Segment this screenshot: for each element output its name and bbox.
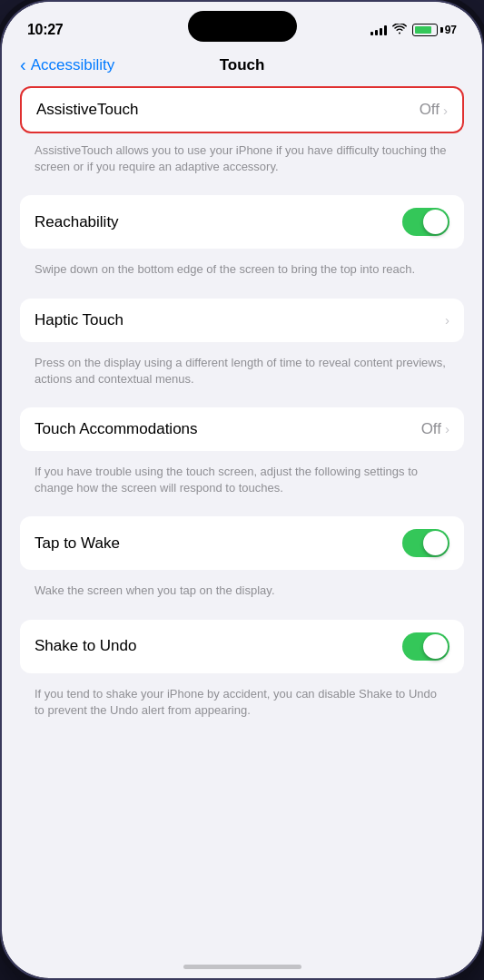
nav-header: ‹ Accessibility Touch — [2, 47, 482, 86]
spacer-1 — [2, 186, 482, 195]
phone-screen: 10:27 — [2, 2, 482, 978]
status-icons: 97 — [370, 24, 457, 37]
scroll-content: AssistiveTouch Off › AssistiveTouch allo… — [2, 86, 482, 748]
touch-accommodations-right: Off › — [421, 420, 449, 438]
back-chevron-icon: ‹ — [20, 54, 26, 75]
haptic-touch-chevron-icon: › — [445, 312, 449, 328]
phone-frame: 10:27 — [0, 0, 484, 980]
reachability-row[interactable]: Reachability — [20, 195, 464, 249]
shake-to-undo-label: Shake to Undo — [35, 637, 136, 655]
battery-level: 97 — [445, 24, 457, 36]
back-button[interactable]: ‹ Accessibility — [20, 54, 114, 75]
shake-to-undo-section: Shake to Undo — [20, 620, 464, 673]
home-bar — [183, 965, 301, 969]
touch-accommodations-description: If you have trouble using the touch scre… — [20, 456, 464, 507]
reachability-toggle[interactable] — [402, 208, 449, 236]
spacer-2 — [2, 289, 482, 299]
assistivetouch-label: AssistiveTouch — [36, 101, 138, 119]
dynamic-island — [188, 11, 297, 42]
spacer-5 — [2, 611, 482, 620]
shake-to-undo-row[interactable]: Shake to Undo — [20, 620, 464, 673]
assistivetouch-row[interactable]: AssistiveTouch Off › — [20, 86, 464, 133]
shake-to-undo-toggle-thumb — [423, 634, 448, 659]
status-bar: 10:27 — [2, 2, 482, 47]
signal-bars-icon — [370, 24, 387, 35]
haptic-touch-description: Press on the display using a different l… — [20, 348, 464, 398]
battery-icon: 97 — [412, 24, 457, 36]
reachability-section: Reachability — [20, 195, 464, 249]
status-time: 10:27 — [27, 22, 63, 38]
reachability-description: Swipe down on the bottom edge of the scr… — [20, 254, 464, 289]
spacer-4 — [2, 507, 482, 516]
assistivetouch-value: Off — [420, 101, 440, 119]
shake-to-undo-description: If you tend to shake your iPhone by acci… — [20, 679, 464, 730]
back-label[interactable]: Accessibility — [31, 56, 115, 74]
spacer-3 — [2, 398, 482, 407]
touch-accommodations-row[interactable]: Touch Accommodations Off › — [20, 407, 464, 451]
tap-to-wake-toggle[interactable] — [402, 529, 449, 557]
reachability-toggle-thumb — [423, 210, 448, 234]
touch-accommodations-value: Off — [421, 420, 441, 438]
haptic-touch-label: Haptic Touch — [35, 311, 123, 329]
assistivetouch-section: AssistiveTouch Off › — [20, 86, 464, 133]
assistivetouch-right: Off › — [420, 101, 448, 119]
touch-accommodations-label: Touch Accommodations — [35, 420, 198, 438]
page-title: Touch — [220, 56, 265, 74]
assistivetouch-chevron-icon: › — [443, 103, 448, 118]
tap-to-wake-label: Tap to Wake — [35, 534, 120, 553]
touch-accommodations-section: Touch Accommodations Off › — [20, 407, 464, 451]
tap-to-wake-section: Tap to Wake — [20, 516, 464, 570]
haptic-touch-section: Haptic Touch › — [20, 299, 464, 342]
reachability-label: Reachability — [35, 213, 119, 231]
assistivetouch-description: AssistiveTouch allows you to use your iP… — [20, 135, 464, 186]
tap-to-wake-toggle-thumb — [423, 531, 448, 555]
tap-to-wake-row[interactable]: Tap to Wake — [20, 516, 464, 570]
haptic-touch-right: › — [445, 312, 449, 328]
tap-to-wake-description: Wake the screen when you tap on the disp… — [20, 575, 464, 610]
shake-to-undo-toggle[interactable] — [402, 632, 449, 661]
haptic-touch-row[interactable]: Haptic Touch › — [20, 299, 464, 342]
wifi-icon — [392, 24, 407, 37]
touch-accommodations-chevron-icon: › — [445, 421, 449, 436]
